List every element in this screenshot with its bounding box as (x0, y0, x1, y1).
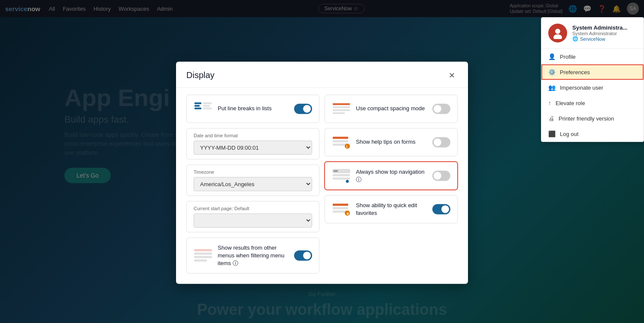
svg-rect-7 (203, 107, 212, 109)
logout-label: Log out (560, 131, 578, 137)
line-breaks-label: Put line breaks in lists (218, 105, 289, 112)
svg-rect-25 (333, 177, 350, 179)
svg-rect-3 (194, 105, 200, 106)
svg-rect-23 (340, 170, 349, 172)
dropdown-item-impersonate[interactable]: 👥 Impersonate user (541, 80, 644, 95)
svg-rect-5 (203, 102, 212, 104)
dropdown-item-elevate[interactable]: ↑ Elevate role (541, 95, 644, 111)
quick-edit-label: Show ability to quick edit favorites (356, 202, 427, 217)
pref-compact-spacing: Use compact spacing mode (325, 94, 458, 123)
help-tips-icon: i (332, 134, 351, 150)
start-page-select[interactable]: Home App Engine (194, 213, 312, 227)
dropdown-item-printer[interactable]: 🖨 Printer friendly version (541, 111, 644, 126)
quick-edit-toggle[interactable] (432, 204, 450, 214)
top-nav-icon (332, 168, 351, 183)
svg-point-26 (346, 179, 349, 183)
user-dropdown-menu: System Administra... System Administrato… (541, 17, 644, 142)
toggle-slider (432, 170, 450, 181)
printer-label: Printer friendly version (559, 115, 614, 122)
person-swap-icon: 👥 (548, 84, 556, 91)
date-format-select[interactable]: YYYY-MM-DD 09:00:01 MM/DD/YYYY DD/MM/YYY… (194, 140, 312, 154)
modal-body: Put line breaks in lists Date and time f… (176, 88, 468, 284)
timezone-label: Timezone (194, 169, 312, 174)
modal-left-column: Put line breaks in lists Date and time f… (186, 94, 319, 274)
dropdown-item-profile[interactable]: 👤 Profile (541, 49, 644, 64)
date-format-label: Date and time format (194, 133, 312, 138)
pref-top-nav: Always show top navigation ⓘ (325, 161, 458, 190)
toggle-slider (432, 103, 450, 114)
start-page-label: Current start page: Default (194, 205, 312, 211)
toggle-slider (432, 137, 450, 147)
modal-right-column: Use compact spacing mode i (325, 94, 458, 274)
dropdown-item-preferences[interactable]: ⚙️ Preferences (541, 64, 644, 80)
filter-results-toggle[interactable] (294, 250, 312, 260)
svg-rect-13 (333, 106, 350, 108)
impersonate-label: Impersonate user (560, 85, 603, 91)
pref-line-breaks: Put line breaks in lists (186, 94, 319, 123)
profile-label: Profile (560, 54, 576, 60)
svg-rect-6 (203, 105, 210, 106)
user-name: System Administra... (572, 24, 627, 31)
svg-point-0 (555, 29, 560, 34)
help-tips-label: Show help tips on forms (356, 138, 427, 146)
compact-spacing-toggle[interactable] (432, 103, 450, 114)
printer-icon: 🖨 (548, 115, 554, 122)
svg-text:★: ★ (346, 211, 349, 216)
globe-small-icon: 🌐 (572, 36, 578, 42)
exit-icon: ⬛ (548, 130, 556, 137)
top-nav-toggle[interactable] (432, 170, 450, 181)
user-avatar-large (548, 24, 567, 42)
compact-icon (332, 101, 351, 116)
user-role: System Administrator (572, 31, 627, 36)
user-dropdown-header: System Administra... System Administrato… (541, 18, 644, 49)
pref-help-tips: i Show help tips on forms (325, 128, 458, 156)
avatar-icon (552, 27, 564, 39)
svg-rect-28 (333, 207, 348, 209)
svg-rect-8 (194, 249, 212, 251)
help-tips-toggle[interactable] (432, 137, 450, 147)
svg-rect-12 (333, 103, 350, 105)
pref-timezone: Timezone America/Los_Angeles America/New… (186, 164, 319, 196)
dropdown-item-logout[interactable]: ⬛ Log out (541, 126, 644, 142)
person-icon: 👤 (548, 53, 556, 60)
svg-text:i: i (346, 144, 348, 148)
svg-rect-2 (194, 102, 201, 104)
quick-edit-icon: ★ (332, 202, 351, 217)
svg-rect-9 (194, 252, 212, 254)
filter-results-label: Show results from other menus when filte… (218, 244, 289, 267)
svg-rect-14 (333, 109, 350, 111)
pref-quick-edit: ★ Show ability to quick edit favorites (325, 195, 458, 223)
user-org: 🌐 ServiceNow (572, 36, 627, 42)
pref-date-format: Date and time format YYYY-MM-DD 09:00:01… (186, 128, 319, 159)
preferences-label: Preferences (560, 69, 590, 75)
modal-close-button[interactable]: ✕ (446, 69, 458, 81)
arrow-up-icon: ↑ (548, 100, 551, 106)
user-info: System Administra... System Administrato… (572, 24, 627, 42)
svg-rect-24 (333, 174, 350, 176)
svg-rect-4 (194, 107, 201, 109)
modal-title: Display (186, 70, 215, 80)
svg-rect-15 (333, 112, 345, 114)
toggle-slider (294, 250, 312, 260)
svg-point-1 (553, 34, 562, 39)
list-icon (194, 101, 213, 116)
svg-rect-27 (333, 204, 348, 206)
svg-rect-22 (334, 170, 338, 172)
line-breaks-toggle[interactable] (294, 103, 312, 114)
top-nav-label: Always show top navigation ⓘ (356, 168, 427, 183)
svg-rect-17 (333, 140, 348, 142)
svg-rect-11 (194, 259, 207, 261)
svg-rect-16 (333, 136, 348, 139)
timezone-select[interactable]: America/Los_Angeles America/New_York UTC (194, 177, 312, 191)
toggle-slider (294, 103, 312, 114)
toggle-slider (432, 204, 450, 214)
preferences-gear-icon: ⚙️ (548, 69, 556, 75)
compact-spacing-label: Use compact spacing mode (356, 105, 427, 112)
svg-rect-10 (194, 256, 212, 258)
display-modal: Display ✕ Put line breaks in lists (176, 61, 468, 284)
results-icon (194, 248, 213, 263)
pref-start-page: Current start page: Default Home App Eng… (186, 201, 319, 232)
elevate-label: Elevate role (556, 100, 585, 106)
pref-filter-results: Show results from other menus when filte… (186, 237, 319, 274)
modal-header: Display ✕ (176, 61, 468, 88)
